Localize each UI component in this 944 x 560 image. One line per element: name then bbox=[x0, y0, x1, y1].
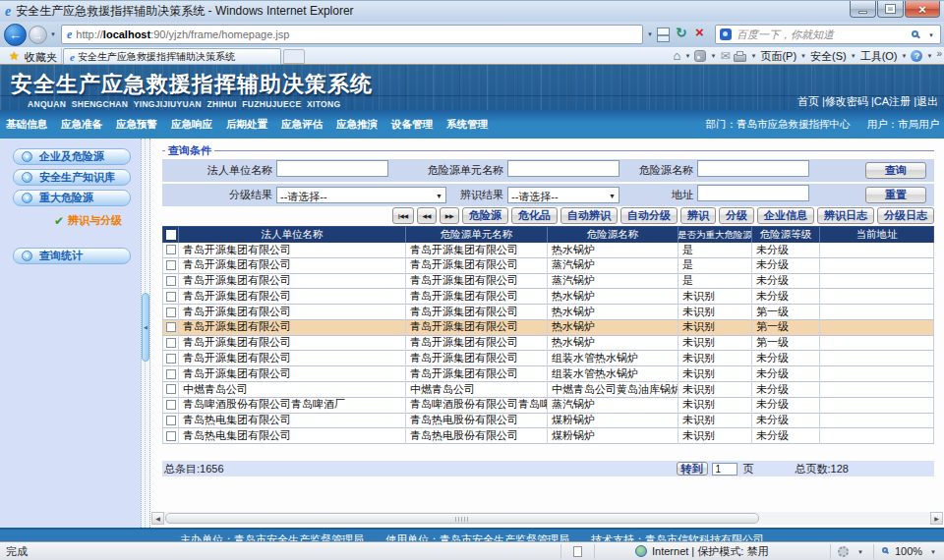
overflow-chevron-icon[interactable]: » bbox=[936, 48, 942, 59]
row-checkbox[interactable] bbox=[166, 276, 176, 286]
nav-item[interactable]: 应急预警 bbox=[116, 118, 171, 132]
table-row[interactable]: 青岛开源集团有限公司青岛开源集团有限公司蒸汽锅炉是未分级 bbox=[162, 274, 934, 290]
table-row[interactable]: 青岛开源集团有限公司青岛开源集团有限公司热水锅炉未识别第一级 bbox=[162, 336, 934, 352]
stop-icon[interactable]: × bbox=[695, 26, 704, 39]
row-checkbox[interactable] bbox=[166, 292, 176, 302]
page-menu[interactable]: 页面(P) bbox=[760, 49, 796, 64]
tools-caret-icon[interactable]: ▼ bbox=[902, 53, 908, 59]
favorites-label[interactable]: 收藏夹 bbox=[25, 50, 57, 65]
grade-result-select[interactable]: --请选择-- bbox=[276, 187, 446, 203]
header-link[interactable]: |修改密码 bbox=[819, 95, 868, 107]
splitter[interactable]: ◀ bbox=[141, 139, 150, 528]
zoom-icon[interactable] bbox=[882, 547, 888, 553]
scroll-right-arrow-icon[interactable]: ▶ bbox=[930, 512, 943, 525]
row-checkbox[interactable] bbox=[166, 384, 176, 394]
row-checkbox[interactable] bbox=[166, 431, 176, 441]
nav-item[interactable]: 设备管理 bbox=[391, 118, 446, 132]
compatibility-view-icon[interactable] bbox=[657, 28, 670, 42]
table-row[interactable]: 青岛开源集团有限公司青岛开源集团有限公司热水锅炉是未分级 bbox=[162, 243, 934, 258]
row-checkbox[interactable] bbox=[166, 400, 176, 410]
table-row[interactable]: 中燃青岛公司中燃青岛公司中燃青岛公司黄岛油库锅炉未识别未分级 bbox=[162, 382, 934, 398]
table-row[interactable]: 青岛开源集团有限公司青岛开源集团有限公司热水锅炉未识别第一级 bbox=[162, 305, 934, 320]
print-caret-icon[interactable]: ▼ bbox=[750, 53, 756, 59]
goto-page-button[interactable]: 转到 bbox=[677, 462, 708, 476]
table-row[interactable]: 青岛开源集团有限公司青岛开源集团有限公司热水锅炉未识别第一级 bbox=[162, 320, 934, 336]
header-link[interactable]: 首页 bbox=[797, 95, 819, 107]
feeds-icon[interactable] bbox=[694, 50, 706, 62]
feeds-caret-icon[interactable]: ▼ bbox=[710, 53, 716, 59]
table-row[interactable]: 青岛热电集团有限公司青岛热电股份有限公司煤粉锅炉未识别未分级 bbox=[162, 428, 934, 444]
unit-name-input[interactable] bbox=[507, 160, 620, 177]
header-link[interactable]: |退出 bbox=[911, 95, 938, 107]
address-input[interactable] bbox=[697, 185, 809, 201]
help-caret-icon[interactable]: ▼ bbox=[926, 53, 932, 59]
row-checkbox[interactable] bbox=[166, 260, 176, 270]
row-checkbox[interactable] bbox=[166, 416, 176, 425]
pager-button[interactable]: ◀◀ bbox=[417, 207, 437, 224]
pager-button[interactable]: |◀◀ bbox=[392, 207, 413, 224]
table-row[interactable]: 青岛开源集团有限公司青岛开源集团有限公司蒸汽锅炉是未分级 bbox=[162, 258, 934, 274]
search-button[interactable]: 查询 bbox=[865, 162, 926, 179]
header-link[interactable]: |CA注册 bbox=[868, 95, 911, 107]
forward-button[interactable]: → bbox=[29, 26, 47, 44]
table-row[interactable]: 青岛啤酒股份有限公司青岛啤酒厂青岛啤酒股份有限公司青岛啤酒厂蒸汽锅炉未识别未分级 bbox=[162, 398, 934, 414]
home-caret-icon[interactable]: ▼ bbox=[684, 53, 690, 59]
url-field[interactable]: e http://localhost:90/yjzh/frame/homepag… bbox=[61, 25, 643, 44]
table-row[interactable]: 青岛开源集团有限公司青岛开源集团有限公司组装水管热水锅炉未识别未分级 bbox=[162, 351, 934, 366]
horizontal-scrollbar[interactable]: ◀ ▶ bbox=[151, 512, 943, 525]
toolbar-button[interactable]: 自动分级 bbox=[620, 207, 678, 224]
nav-item[interactable]: 应急推演 bbox=[336, 118, 391, 132]
scrollbar-thumb[interactable] bbox=[165, 513, 759, 524]
nav-item[interactable]: 应急评估 bbox=[281, 118, 336, 132]
search-icon[interactable] bbox=[912, 30, 918, 37]
home-icon[interactable]: ⌂ bbox=[674, 49, 681, 63]
safety-menu[interactable]: 安全(S) bbox=[810, 49, 847, 64]
corp-name-input[interactable] bbox=[276, 160, 388, 177]
sidebar-active-item[interactable]: ✔ 辨识与分级 bbox=[54, 213, 122, 228]
filter-icon[interactable] bbox=[838, 546, 849, 557]
table-row[interactable]: 青岛开源集团有限公司青岛开源集团有限公司组装水管热水锅炉未识别未分级 bbox=[162, 366, 934, 382]
page-number-input[interactable]: 1 bbox=[712, 463, 738, 476]
page-caret-icon[interactable]: ▼ bbox=[800, 53, 806, 59]
favorites-star-icon[interactable]: ★ bbox=[9, 49, 20, 63]
close-button[interactable]: × bbox=[905, 1, 940, 18]
table-row[interactable]: 青岛热电集团有限公司青岛热电股份有限公司煤粉锅炉未识别未分级 bbox=[162, 414, 934, 429]
url-dropdown-caret-icon[interactable]: ▼ bbox=[647, 31, 653, 37]
toolbar-button[interactable]: 辨识 bbox=[680, 207, 716, 224]
row-checkbox[interactable] bbox=[166, 322, 176, 332]
refresh-icon[interactable]: ↻ bbox=[676, 26, 687, 39]
table-row[interactable]: 青岛开源集团有限公司青岛开源集团有限公司热水锅炉未识别未分级 bbox=[162, 289, 934, 305]
print-icon[interactable] bbox=[734, 54, 746, 62]
reset-button[interactable]: 重置 bbox=[865, 187, 926, 203]
tools-menu[interactable]: 工具(O) bbox=[860, 49, 898, 64]
toolbar-button[interactable]: 自动辨识 bbox=[560, 207, 618, 224]
row-checkbox[interactable] bbox=[166, 308, 176, 317]
row-checkbox[interactable] bbox=[166, 338, 176, 348]
toolbar-button[interactable]: 分级 bbox=[719, 207, 754, 224]
pager-button[interactable]: ▶▶ bbox=[440, 207, 459, 224]
zoom-caret-icon[interactable]: ▼ bbox=[930, 549, 936, 555]
nav-item[interactable]: 系统管理 bbox=[446, 118, 502, 132]
recent-pages-caret-icon[interactable]: ▼ bbox=[50, 31, 56, 37]
row-checkbox[interactable] bbox=[166, 354, 176, 364]
maximize-button[interactable] bbox=[877, 1, 904, 18]
nav-item[interactable]: 后期处置 bbox=[226, 118, 281, 132]
search-box[interactable]: 百度一下，你就知道 ▼ bbox=[715, 25, 941, 44]
safety-caret-icon[interactable]: ▼ bbox=[851, 53, 856, 59]
source-name-input[interactable] bbox=[697, 160, 809, 177]
toolbar-button[interactable]: 辨识日志 bbox=[817, 207, 874, 224]
sidebar-group-button[interactable]: ▼ 查询统计 bbox=[13, 248, 131, 264]
search-options-caret-icon[interactable]: ▼ bbox=[928, 32, 934, 38]
filter-caret-icon[interactable]: ▼ bbox=[857, 549, 863, 555]
sidebar-group-button[interactable]: ▼ 安全生产知识库 bbox=[13, 169, 131, 186]
nav-item[interactable]: 应急响应 bbox=[171, 118, 226, 132]
row-checkbox[interactable] bbox=[166, 369, 176, 379]
help-icon[interactable]: ? bbox=[911, 50, 922, 62]
sidebar-group-button[interactable]: ▼ 企业及危险源 bbox=[13, 148, 131, 165]
nav-item[interactable]: 基础信息 bbox=[6, 118, 61, 132]
toolbar-button[interactable]: 危险源 bbox=[462, 207, 508, 224]
select-all-checkbox[interactable] bbox=[166, 230, 176, 240]
toolbar-button[interactable]: 分级日志 bbox=[877, 207, 934, 224]
new-tab-button[interactable] bbox=[283, 49, 305, 64]
sidebar-group-button[interactable]: ▼ 重大危险源 bbox=[13, 190, 131, 206]
